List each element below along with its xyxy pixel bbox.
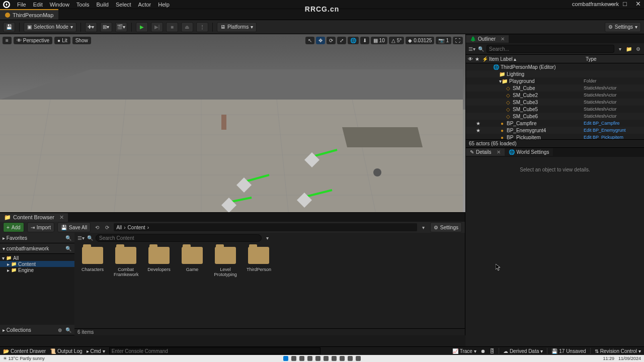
outliner-row[interactable]: ●BP_PickupitemEdit BP_Pickupitem bbox=[466, 134, 644, 139]
trace-rec-icon[interactable]: ⏺ bbox=[480, 348, 486, 354]
dirty-header-icon[interactable]: ⚡ bbox=[480, 56, 487, 62]
taskbar-app-icon[interactable] bbox=[340, 356, 345, 361]
content-drawer-button[interactable]: 📂 Content Drawer bbox=[3, 348, 46, 354]
outliner-search-input[interactable] bbox=[487, 45, 614, 53]
folder-asset[interactable]: ThirdPerson bbox=[247, 247, 271, 324]
cmd-dropdown[interactable]: ▸ Cmd ▾ bbox=[87, 348, 105, 354]
outliner-tree[interactable]: 🌐ThirdPersonMap (Editor)📁Lighting▾ 📁Play… bbox=[466, 63, 644, 139]
outliner-row[interactable]: ◇SM_Cube6StaticMeshActor bbox=[466, 113, 644, 120]
taskbar-app-icon[interactable] bbox=[299, 356, 304, 361]
tab-content-browser[interactable]: 📁 Content Browser✕ bbox=[0, 213, 68, 222]
history-fwd-icon[interactable]: ⟳ bbox=[104, 224, 111, 231]
minimize-button[interactable]: – bbox=[608, 0, 616, 8]
outliner-dropdown-icon[interactable]: ▾ bbox=[616, 45, 623, 52]
revision-control-button[interactable]: ⇅ Revision Control ▾ bbox=[595, 348, 641, 354]
menu-tools[interactable]: Tools bbox=[76, 2, 90, 8]
taskbar-app-icon[interactable] bbox=[356, 356, 361, 361]
asset-grid[interactable]: CharactersCombat FramkeworkDevelopersGam… bbox=[74, 243, 465, 328]
start-icon[interactable] bbox=[283, 356, 288, 361]
close-details-icon[interactable]: ✕ bbox=[497, 149, 501, 155]
trace-store-icon[interactable]: 🗄 bbox=[490, 348, 495, 354]
folder-asset[interactable]: Level Prototyping bbox=[213, 247, 237, 324]
maximize-button[interactable]: □ bbox=[621, 0, 629, 8]
tab-thirdpersonmap[interactable]: ThirdPersonMap bbox=[0, 9, 58, 20]
tab-world-settings[interactable]: 🌐 World Settings bbox=[505, 148, 553, 156]
platforms-button[interactable]: 🖥 Platforms ▾ bbox=[217, 22, 257, 32]
play-options-button[interactable]: ⋮ bbox=[196, 22, 208, 32]
trace-button[interactable]: 📈 Trace ▾ bbox=[452, 348, 476, 354]
weather-widget[interactable]: ☀ 13°C Partly sunny bbox=[3, 356, 45, 361]
outliner-newfolder-icon[interactable]: 📁 bbox=[625, 45, 632, 52]
outliner-row[interactable]: 🌐ThirdPersonMap (Editor) bbox=[466, 63, 644, 70]
tree-content[interactable]: ▸📁Content bbox=[0, 261, 74, 267]
pin-header-icon[interactable]: ★ bbox=[473, 56, 480, 62]
breadcrumb[interactable]: All›Content› bbox=[114, 223, 417, 231]
derived-data-button[interactable]: ☁ Derived Data ▾ bbox=[503, 348, 543, 354]
folder-asset[interactable]: Combat Framkework bbox=[114, 247, 138, 324]
menu-select[interactable]: Select bbox=[116, 2, 131, 8]
menu-window[interactable]: Window bbox=[50, 2, 69, 8]
type-header[interactable]: Type bbox=[584, 56, 644, 62]
taskbar-app-icon[interactable] bbox=[307, 356, 312, 361]
taskbar-app-icon[interactable] bbox=[348, 356, 353, 361]
outliner-row[interactable]: ◇SM_Cube3StaticMeshActor bbox=[466, 99, 644, 106]
taskbar-app-icon[interactable] bbox=[291, 356, 296, 361]
windows-taskbar[interactable]: ☀ 13°C Partly sunny 11:29 11/09/2024 bbox=[0, 355, 644, 362]
stop-button[interactable]: ■ bbox=[166, 22, 178, 32]
skip-button[interactable]: ▶| bbox=[151, 22, 163, 32]
outliner-settings-icon[interactable]: ⚙ bbox=[634, 45, 641, 52]
taskbar-app-icon[interactable] bbox=[324, 356, 329, 361]
content-search-input[interactable] bbox=[96, 234, 262, 242]
save-button[interactable]: 💾 bbox=[3, 22, 15, 32]
menu-edit[interactable]: Edit bbox=[33, 2, 43, 8]
output-log-button[interactable]: 📜 Output Log bbox=[50, 348, 82, 354]
visibility-header-icon[interactable]: 👁 bbox=[466, 56, 473, 62]
close-button[interactable]: ✕ bbox=[634, 0, 642, 8]
tab-outliner[interactable]: 🌲 Outliner✕ bbox=[466, 35, 509, 43]
add-content-button[interactable]: ✚▾ bbox=[85, 22, 97, 32]
folder-asset[interactable]: Characters bbox=[80, 247, 105, 324]
tree-engine[interactable]: ▸📁Engine bbox=[0, 267, 74, 273]
taskbar-app-icon[interactable] bbox=[332, 356, 337, 361]
folder-asset[interactable]: Game bbox=[180, 247, 204, 324]
history-back-icon[interactable]: ⟲ bbox=[94, 224, 101, 231]
import-button[interactable]: ⇥ Import bbox=[27, 222, 54, 232]
outliner-row[interactable]: ★●BP_CampfireEdit BP_Campfire bbox=[466, 120, 644, 127]
tray-time[interactable]: 11:29 bbox=[603, 356, 614, 361]
outliner-row[interactable]: ◇SM_CubeStaticMeshActor bbox=[466, 84, 644, 92]
unsaved-button[interactable]: 💾 17 Unsaved bbox=[551, 348, 586, 354]
tab-details[interactable]: ✎ Details✕ bbox=[466, 148, 505, 156]
close-cb-icon[interactable]: ✕ bbox=[59, 214, 64, 221]
project-section[interactable]: ▾ combatframkework🔍 bbox=[0, 243, 74, 254]
folder-asset[interactable]: Developers bbox=[147, 247, 171, 324]
menu-file[interactable]: File bbox=[17, 2, 26, 8]
outliner-row[interactable]: 📁Lighting bbox=[466, 70, 644, 77]
outliner-row[interactable]: ◇SM_Cube2StaticMeshActor bbox=[466, 92, 644, 99]
outliner-filter-icon[interactable]: ☰▾ bbox=[468, 45, 475, 52]
console-input[interactable] bbox=[109, 347, 320, 354]
eject-button[interactable]: ⏏ bbox=[181, 22, 193, 32]
save-all-button[interactable]: 💾 Save All bbox=[57, 222, 91, 232]
taskbar-app-icon[interactable] bbox=[315, 356, 320, 361]
outliner-row[interactable]: ★●BP_Enemygrunt4Edit BP_Enemygrunt bbox=[466, 127, 644, 134]
tray-date[interactable]: 11/09/2024 bbox=[618, 356, 641, 361]
outliner-row[interactable]: ▾ 📁PlaygroundFolder bbox=[466, 77, 644, 84]
filter-icon[interactable]: ☰▾ bbox=[77, 234, 85, 241]
level-viewport[interactable]: ≡ 👁 Perspective ● Lit Show ↖ ✥ ⟳ ⤢ 🌐 ⬇ ▦… bbox=[0, 34, 465, 223]
collections-section[interactable]: ▸ Collections⊕🔍 bbox=[0, 325, 74, 335]
menu-help[interactable]: Help bbox=[158, 2, 170, 8]
settings-button[interactable]: ⚙ Settings ▾ bbox=[605, 22, 641, 32]
add-button[interactable]: + Add bbox=[3, 222, 24, 232]
outliner-row[interactable]: ◇SM_Cube5StaticMeshActor bbox=[466, 106, 644, 113]
close-outliner-icon[interactable]: ✕ bbox=[501, 36, 505, 42]
play-button[interactable]: ▶ bbox=[136, 22, 148, 32]
item-label-header[interactable]: Item Label ▴ bbox=[487, 56, 584, 62]
tree-all[interactable]: ▾📁All bbox=[0, 255, 74, 261]
selection-mode-button[interactable]: ▣ Selection Mode ▾ bbox=[24, 22, 76, 32]
menu-build[interactable]: Build bbox=[97, 2, 109, 8]
cb-settings-button[interactable]: ⚙ Settings bbox=[430, 222, 462, 232]
menu-actor[interactable]: Actor bbox=[138, 2, 151, 8]
blueprints-button[interactable]: ⊞▾ bbox=[100, 22, 112, 32]
cinematics-button[interactable]: 🎬▾ bbox=[115, 22, 127, 32]
favorites-section[interactable]: ▸ Favorites🔍 bbox=[0, 233, 74, 243]
